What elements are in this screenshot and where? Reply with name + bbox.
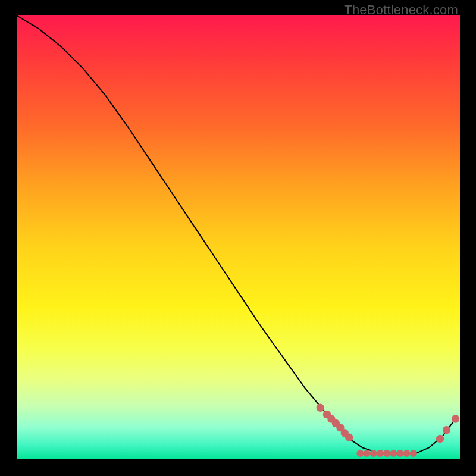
- highlight-dot: [345, 434, 353, 441]
- highlight-dot: [410, 450, 417, 457]
- highlight-dot: [364, 450, 371, 457]
- chart-svg: [0, 0, 476, 476]
- highlight-dot: [377, 450, 384, 457]
- highlight-dot: [317, 404, 324, 412]
- highlight-dot: [383, 450, 390, 457]
- highlight-dot: [356, 450, 364, 457]
- highlight-dot: [396, 450, 403, 457]
- highlight-dot: [403, 450, 411, 457]
- highlight-dot: [436, 435, 444, 443]
- highlight-dot: [390, 450, 397, 457]
- highlight-dot: [443, 426, 450, 434]
- highlight-dot: [370, 450, 377, 457]
- highlight-dot: [452, 415, 459, 422]
- curve-line: [17, 15, 456, 453]
